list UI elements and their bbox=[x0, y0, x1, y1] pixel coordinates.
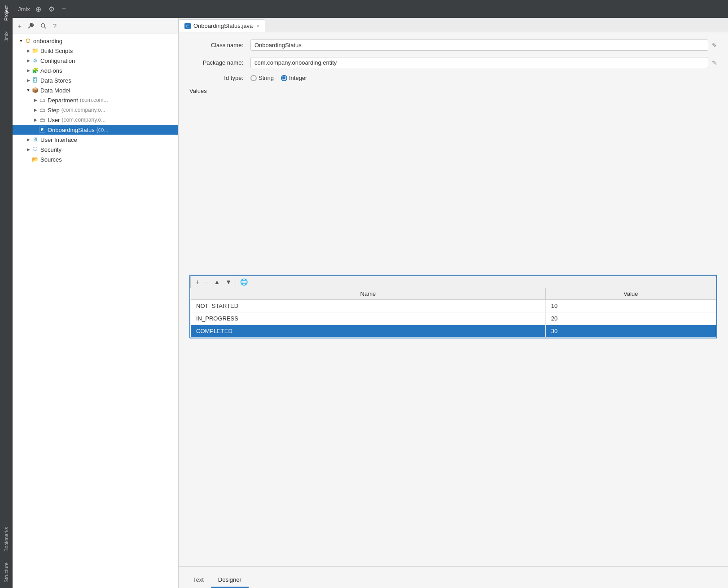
tree-item-build-scripts[interactable]: ▶ 📁 Build Scripts bbox=[13, 46, 178, 56]
tree-sub-department: (com.com... bbox=[80, 97, 108, 103]
tree-item-data-stores[interactable]: ▶ 🗄 Data Stores bbox=[13, 75, 178, 85]
tree-item-configuration[interactable]: ▶ ⚙ Configuration bbox=[13, 56, 178, 66]
class-name-edit-icon[interactable]: ✎ bbox=[712, 42, 717, 49]
add-btn[interactable]: + bbox=[16, 22, 23, 31]
row-value-completed: 30 bbox=[545, 325, 716, 338]
arrow-security: ▶ bbox=[25, 146, 31, 153]
table-section: + − ▲ ▼ 🌐 Name Value bbox=[189, 275, 717, 338]
arrow-addons: ▶ bbox=[25, 67, 31, 74]
tree-item-onboarding[interactable]: ▼ ⬡ onboarding bbox=[13, 36, 178, 46]
class-name-value-container: ✎ bbox=[250, 39, 717, 51]
settings-btn[interactable]: ⚙ bbox=[47, 3, 57, 15]
class-name-input[interactable] bbox=[250, 39, 708, 51]
tree-label-configuration: Configuration bbox=[40, 57, 75, 64]
class-name-label: Class name: bbox=[189, 42, 243, 48]
arrow-step: ▶ bbox=[32, 107, 39, 113]
form-area: Class name: ✎ Package name: ✎ bbox=[179, 32, 728, 275]
col-name-header: Name bbox=[191, 288, 546, 300]
side-panel-toolbar: + ? bbox=[13, 18, 178, 34]
editor-spacer bbox=[179, 338, 728, 566]
project-tab-label: Project bbox=[4, 5, 9, 21]
tree-item-sources[interactable]: 📂 Sources bbox=[13, 154, 178, 164]
sources-icon: 📂 bbox=[31, 156, 39, 163]
move-down-btn[interactable]: ▼ bbox=[223, 277, 234, 286]
help-btn[interactable]: ? bbox=[51, 22, 58, 31]
arrow-onboarding-status bbox=[32, 127, 39, 133]
editor-tab-onboarding-status[interactable]: E OnboardingStatus.java × bbox=[179, 19, 265, 32]
tab-bar: E OnboardingStatus.java × bbox=[179, 18, 728, 32]
values-label: Values bbox=[189, 88, 717, 94]
top-toolbar: Jmix ⊕ ⚙ − bbox=[13, 0, 728, 18]
search-icon bbox=[40, 23, 47, 29]
tree-item-department[interactable]: ▶ 🗃 Department (com.com... bbox=[13, 95, 178, 105]
sidebar-item-bookmarks[interactable]: Bookmarks bbox=[2, 522, 11, 557]
tree-item-security[interactable]: ▶ 🛡 Security bbox=[13, 145, 178, 154]
onboarding-icon: ⬡ bbox=[24, 37, 31, 44]
table-row[interactable]: NOT_STARTED 10 bbox=[191, 300, 716, 312]
radio-integer[interactable]: Integer bbox=[281, 75, 307, 81]
tree-item-user[interactable]: ▶ 🗃 User (com.company.o... bbox=[13, 115, 178, 125]
arrow-onboarding: ▼ bbox=[18, 38, 24, 44]
arrow-user-interface: ▶ bbox=[25, 136, 31, 143]
tree-label-user: User bbox=[48, 117, 60, 123]
tab-file-icon: E bbox=[184, 23, 191, 29]
data-stores-icon: 🗄 bbox=[31, 77, 39, 84]
add-value-btn[interactable]: + bbox=[193, 277, 202, 286]
tab-close-btn[interactable]: × bbox=[256, 23, 259, 29]
tree-label-build-scripts: Build Scripts bbox=[40, 48, 73, 54]
tree-label-data-stores: Data Stores bbox=[40, 77, 71, 84]
bottom-tabs: Text Designer bbox=[179, 566, 728, 588]
left-vertical-tabs: Project Jmix Bookmarks Structure bbox=[0, 0, 13, 588]
tree-container: ▼ ⬡ onboarding ▶ 📁 Build Scripts ▶ ⚙ Con… bbox=[13, 34, 178, 588]
sidebar-item-project[interactable]: Project bbox=[2, 0, 11, 26]
data-model-icon: 📦 bbox=[31, 87, 39, 94]
arrow-build-scripts: ▶ bbox=[25, 48, 31, 54]
table-row-selected[interactable]: COMPLETED 30 bbox=[191, 325, 716, 338]
tree-label-step: Step bbox=[48, 107, 60, 114]
add-global-btn[interactable]: ⊕ bbox=[34, 3, 43, 15]
tree-label-onboarding: onboarding bbox=[33, 38, 62, 44]
svg-line-1 bbox=[44, 26, 46, 28]
tree-item-user-interface[interactable]: ▶ 🖥 User Interface bbox=[13, 135, 178, 145]
structure-tab-label: Structure bbox=[4, 562, 9, 583]
table-row[interactable]: IN_PROGRESS 20 bbox=[191, 312, 716, 325]
remove-value-btn[interactable]: − bbox=[202, 277, 211, 286]
build-scripts-icon: 📁 bbox=[31, 47, 39, 54]
minimize-btn[interactable]: − bbox=[60, 3, 68, 15]
wrench-btn[interactable] bbox=[26, 22, 36, 30]
department-icon: 🗃 bbox=[39, 97, 46, 104]
sidebar-item-structure[interactable]: Structure bbox=[2, 557, 11, 588]
arrow-department: ▶ bbox=[32, 97, 39, 103]
sidebar-item-jmix[interactable]: Jmix bbox=[2, 26, 11, 47]
tree-label-department: Department bbox=[48, 97, 78, 104]
tree-item-onboarding-status[interactable]: E OnboardingStatus (co... bbox=[13, 125, 178, 135]
package-name-edit-icon[interactable]: ✎ bbox=[712, 59, 717, 66]
arrow-data-stores: ▶ bbox=[25, 77, 31, 83]
tree-item-data-model[interactable]: ▼ 📦 Data Model bbox=[13, 85, 178, 95]
jmix-tab-label: Jmix bbox=[4, 31, 9, 42]
security-icon: 🛡 bbox=[31, 146, 39, 153]
globe-btn[interactable]: 🌐 bbox=[238, 277, 250, 286]
tree-sub-user: (com.company.o... bbox=[61, 117, 105, 123]
package-name-value-container: ✎ bbox=[250, 57, 717, 68]
tab-designer[interactable]: Designer bbox=[211, 573, 249, 588]
row-name-not-started: NOT_STARTED bbox=[191, 300, 546, 312]
user-interface-icon: 🖥 bbox=[31, 136, 39, 143]
move-up-btn[interactable]: ▲ bbox=[211, 277, 222, 286]
search-global-btn[interactable] bbox=[39, 22, 48, 30]
radio-string[interactable]: String bbox=[250, 75, 274, 81]
arrow-configuration: ▶ bbox=[25, 57, 31, 64]
svg-point-0 bbox=[41, 23, 45, 27]
tree-label-user-interface: User Interface bbox=[40, 136, 77, 143]
tree-item-addons[interactable]: ▶ 🧩 Add-ons bbox=[13, 66, 178, 75]
radio-integer-circle bbox=[281, 75, 287, 81]
package-name-input[interactable] bbox=[250, 57, 708, 68]
row-name-in-progress: IN_PROGRESS bbox=[191, 312, 546, 325]
bookmarks-tab-label: Bookmarks bbox=[4, 527, 9, 552]
arrow-user: ▶ bbox=[32, 117, 39, 123]
package-name-row: Package name: ✎ bbox=[189, 57, 717, 68]
tab-text[interactable]: Text bbox=[186, 573, 211, 588]
tree-item-step[interactable]: ▶ 🗃 Step (com.company.o... bbox=[13, 105, 178, 115]
tree-label-sources: Sources bbox=[40, 156, 62, 163]
id-type-radio-group: String Integer bbox=[250, 75, 717, 81]
